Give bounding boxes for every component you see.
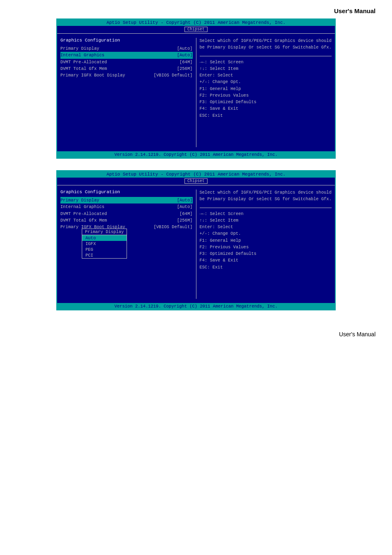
config-value: [64M] [180,210,193,217]
config-value: [Auto] [177,204,193,210]
bios-footer-2: Version 2.14.1219. Copyright (C) 2011 Am… [57,303,335,310]
config-value: [64M] [180,59,193,65]
key-help-line: ESC: Exit [200,112,332,119]
key-help-2: →←: Select Screen ↑↓: Select Item Enter:… [200,210,332,271]
key-help-line: F4: Save & Exit [200,257,332,264]
config-label: Internal Graphics [60,52,177,58]
left-panel-1: Graphics Configuration Primary Display [… [57,36,196,149]
key-help-line: +/-: Change Opt. [200,79,332,85]
help-text-1: Select which of IGFX/PEG/PCI Graphics de… [200,38,332,51]
right-panel-1: Select which of IGFX/PEG/PCI Graphics de… [196,36,335,149]
config-item-internal-graphics-1[interactable]: Internal Graphics [Auto] [60,52,193,58]
config-label: DVMT Pre-Allocated [60,59,180,65]
title-bar-1: Aptio Setup Utility - Copyright (C) 2011… [57,19,335,26]
key-help-line: F1: General Help [200,86,332,92]
config-item-dvmt-total-1[interactable]: DVMT Total Gfx Mem [256M] [60,65,193,72]
key-help-1: →←: Select Screen ↑↓: Select Item Enter:… [200,59,332,119]
config-value: [Auto] [177,45,193,52]
key-help-line: →←: Select Screen [200,210,332,217]
bios-container: Aptio Setup Utility - Copyright (C) 2011… [56,18,336,310]
config-label: DVMT Pre-Allocated [60,210,180,217]
help-text-2: Select which of IGFX/PEG/PCI Graphics de… [200,190,332,203]
config-item-dvmt-pre-2[interactable]: DVMT Pre-Allocated [64M] [60,210,193,217]
config-value: [256M] [177,65,193,72]
config-label: Primary Display [60,197,177,204]
config-value: [VBIOS Default] [154,224,193,230]
config-item-dvmt-pre-1[interactable]: DVMT Pre-Allocated [64M] [60,59,193,65]
right-panel-2: Select which of IGFX/PEG/PCI Graphics de… [196,188,335,301]
chipset-label-1: Chipset [184,27,208,32]
config-value: [Auto] [177,52,193,58]
config-item-dvmt-total-2[interactable]: DVMT Total Gfx Mem [256M] [60,217,193,224]
key-help-line: Enter: Select [200,72,332,79]
section-title-1: Graphics Configuration [60,38,193,43]
key-help-line: Enter: Select [200,224,332,230]
bios-body-1: Graphics Configuration Primary Display [… [57,34,335,149]
page-footer: User's Manual [0,327,392,342]
config-value: [VBIOS Default] [154,72,193,79]
config-item-internal-graphics-2[interactable]: Internal Graphics [Auto] [60,204,193,210]
config-item-primary-display-2[interactable]: Primary Display [Auto] [60,197,193,204]
dropdown-option-igfx[interactable]: IGFX [82,241,127,247]
bios-screen-1: Aptio Setup Utility - Copyright (C) 2011… [56,18,336,159]
key-help-line: F1: General Help [200,237,332,244]
left-panel-2: Graphics Configuration Primary Display [… [57,188,196,301]
key-help-line: ↑↓: Select Item [200,65,332,72]
config-label: Internal Graphics [60,204,177,210]
config-label: DVMT Total Gfx Mem [60,65,177,72]
dropdown-option-pci[interactable]: PCI [82,252,127,258]
page-title: User's Manual [0,0,392,18]
key-help-line: F3: Optimized Defaults [200,99,332,105]
key-help-line: ESC: Exit [200,264,332,271]
section-title-2: Graphics Configuration [60,190,193,194]
key-help-line: F2: Previous Values [200,244,332,250]
chipset-row-1: Chipset [57,26,335,34]
bios-footer-1: Version 2.14.1219. Copyright (C) 2011 Am… [57,151,335,158]
bios-screen-2: Aptio Setup Utility - Copyright (C) 2011… [56,170,336,310]
key-help-line: F3: Optimized Defaults [200,250,332,257]
key-help-line: +/-: Change Opt. [200,230,332,237]
key-help-line: ↑↓: Select Item [200,217,332,224]
chipset-label-2: Chipset [184,178,208,184]
config-value: [Auto] [177,197,193,204]
config-item-igfx-boot-1[interactable]: Primary IGFX Boot Display [VBIOS Default… [60,72,193,79]
key-help-line: F4: Save & Exit [200,105,332,112]
dropdown-title: Primary Display [82,229,127,235]
config-item-primary-display-1[interactable]: Primary Display [Auto] [60,45,193,52]
key-help-line: F2: Previous Values [200,92,332,99]
chipset-row-2: Chipset [57,178,335,185]
dropdown-option-auto[interactable]: Auto [82,235,127,241]
dropdown-option-peg[interactable]: PEG [82,247,127,252]
bios-body-2: Graphics Configuration Primary Display [… [57,185,335,301]
config-value: [256M] [177,217,193,224]
title-bar-2: Aptio Setup Utility - Copyright (C) 2011… [57,171,335,178]
dropdown-popup: Primary Display Auto IGFX PEG PCI [82,229,127,259]
config-label: Primary IGFX Boot Display [60,72,154,79]
config-label: Primary Display [60,45,177,52]
key-help-line: →←: Select Screen [200,59,332,65]
config-label: DVMT Total Gfx Mem [60,217,177,224]
divider-h-2 [200,208,332,208]
divider-h-1 [200,56,332,56]
